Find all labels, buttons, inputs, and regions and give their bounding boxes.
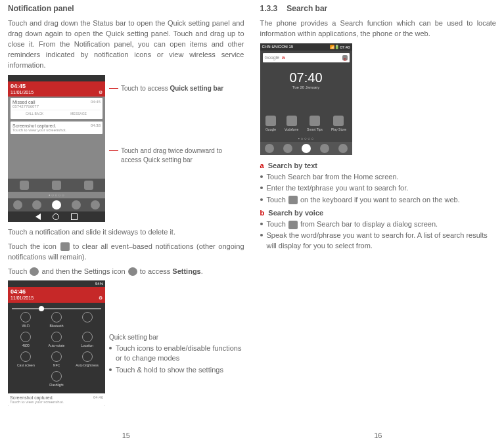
section-number: 1.3.3 [260, 4, 278, 13]
search-key-icon [288, 196, 298, 204]
clock-widget: 07:40 Tue 20 January [260, 65, 352, 92]
app-icon: Play Store [331, 116, 346, 131]
google-search-bar: Google a [263, 53, 350, 62]
qs-tile: NFC [41, 351, 72, 367]
annot-qs-head: Quick setting bar [109, 333, 244, 342]
notif-title: Screenshot captured. [12, 123, 57, 128]
header-icons: ⚙ [99, 90, 103, 95]
widget-date: Tue 20 January [260, 85, 352, 89]
google-logo: Google [265, 55, 280, 60]
para-slide-delete: Touch a notification and slide it sidewa… [8, 227, 244, 238]
bullet-b2: Speak the word/phrase you want to search… [267, 231, 497, 251]
tray-icon [13, 200, 22, 210]
notification-missed-call: Missed call 04:45 037427766077 CALL BACK… [11, 98, 103, 119]
qs-tile: Auto-rotate [41, 332, 72, 347]
dock-app-icon [20, 181, 29, 190]
brightness-slider [12, 308, 101, 309]
figure-notification-panel: 04:45 11/01/2015 ⚙ Missed call 04:45 037… [8, 75, 244, 222]
tray-icon [283, 144, 292, 153]
notif-message: MESSAGE [57, 110, 101, 117]
phone-mock-search: CHN-UNICOM 19 📶🔋 07:40 Google a b 07:40 … [260, 43, 352, 155]
qs-tile: 4600 [11, 332, 41, 347]
annot-quick-setting-a: Touch to access [121, 85, 170, 92]
header-date: 11/01/2015 [11, 90, 34, 95]
bullet-a3: Touch on the keyboard if you want to sea… [267, 195, 460, 205]
status-bar: 54% [8, 280, 105, 287]
annot-qs-b1: Touch icons to enable/disable functions … [116, 343, 244, 364]
home-icon [53, 213, 59, 220]
notif-time: 04:38 [91, 123, 101, 128]
page-number: 16 [260, 430, 497, 439]
annot-quick-setting-b: Quick setting bar [170, 85, 223, 92]
heading-search-by-voice: Search by voice [268, 209, 323, 217]
header-time: 04:46 [11, 289, 34, 296]
header-time: 04:45 [11, 83, 34, 90]
dock-app-icon [52, 181, 61, 190]
phone-mock-quick-settings: 54% 04:46 11/01/2015 ⚙ Wi-Fi Bluetooth [8, 280, 105, 406]
qs-tile: Flashlight [41, 371, 72, 387]
notif-title: Missed call [12, 100, 35, 104]
para-notif-intro: Touch and drag down the Status bar to op… [8, 18, 244, 71]
mic-icon [288, 221, 298, 229]
para-clear-all: Touch the icon to clear all event–based … [8, 242, 244, 263]
tray-icon [52, 200, 61, 210]
gear-icon [128, 267, 137, 276]
app-icon: Google [265, 116, 276, 131]
heading-search-by-text: Search by text [268, 162, 317, 169]
label-b: b [260, 209, 265, 217]
section-b: b Search by voice Touch from Search bar … [260, 209, 497, 251]
section-a: a Search by text Touch Search bar from t… [260, 162, 497, 205]
qs-tile [72, 371, 103, 387]
favorites-tray [260, 142, 352, 155]
qs-tile: Auto brightness [72, 351, 103, 367]
qs-tile: Bluetooth [41, 312, 72, 328]
tray-icon [320, 144, 329, 153]
notif-sub: Touch to view your screenshot. [12, 128, 101, 132]
qs-tile: Wi-Fi [11, 312, 41, 328]
qs-tile: Location [72, 332, 103, 347]
qs-tile [72, 312, 103, 328]
annotation-quick-settings: Quick setting bar Touch icons to enable/… [109, 333, 244, 376]
notification-screenshot: Screenshot captured. 04:46 Touch to view… [8, 393, 105, 406]
notification-screenshot: Screenshot captured. 04:38 Touch to view… [11, 122, 103, 134]
tray-icon [302, 144, 311, 153]
back-icon [35, 213, 41, 220]
avatar-icon [30, 267, 39, 276]
tray-icon [91, 200, 100, 210]
tray-icon [265, 144, 274, 153]
qs-header: 04:46 11/01/2015 ⚙ [8, 287, 105, 303]
phone-mock-notification: 04:45 11/01/2015 ⚙ Missed call 04:45 037… [8, 75, 105, 222]
status-bar [8, 75, 105, 81]
notif-time: 04:45 [91, 100, 101, 104]
para-search-intro: The phone provides a Search function whi… [260, 18, 497, 39]
header-date: 11/01/2015 [11, 296, 34, 301]
annot-drag-twice: Touch and drag twice downward to access … [121, 146, 244, 164]
notification-header: 04:45 11/01/2015 ⚙ [8, 81, 105, 97]
callout-b: b [344, 56, 346, 62]
clear-all-icon [60, 242, 70, 251]
annotation-column: — Touch to access Quick setting bar — To… [109, 75, 244, 167]
figure-quick-settings: 54% 04:46 11/01/2015 ⚙ Wi-Fi Bluetooth [8, 280, 244, 406]
home-apps-row: Google Vodafone Smart Tips Play Store [260, 112, 352, 135]
heading-notification-panel: Notification panel [8, 4, 244, 13]
bullet-a2: Enter the text/phrase you want to search… [267, 183, 409, 193]
tray-icon [72, 200, 81, 210]
widget-time: 07:40 [260, 70, 352, 85]
dock-app-icon [84, 181, 93, 190]
callout-a: a [282, 55, 285, 60]
qs-tile [11, 371, 41, 387]
annot-qs-b2: Touch & hold to show the settings [116, 365, 223, 375]
bullet-b1: Touch from Search bar to display a dialo… [267, 219, 438, 229]
tray-icon [32, 200, 41, 210]
callout-marker-icon: — [109, 84, 118, 91]
app-icon: Smart Tips [307, 116, 323, 131]
page-left: Notification panel Touch and drag down t… [0, 0, 252, 442]
favorites-tray [8, 198, 105, 211]
para-settings: Touch and then the Settings icon to acce… [8, 267, 244, 277]
recents-icon [71, 213, 78, 220]
qs-tile: Cast screen [11, 351, 41, 367]
page-number: 15 [8, 430, 244, 439]
section-title: Search bar [286, 4, 327, 13]
page-right: 1.3.3Search bar The phone provides a Sea… [252, 0, 505, 442]
heading-search-bar: 1.3.3Search bar [260, 4, 497, 13]
